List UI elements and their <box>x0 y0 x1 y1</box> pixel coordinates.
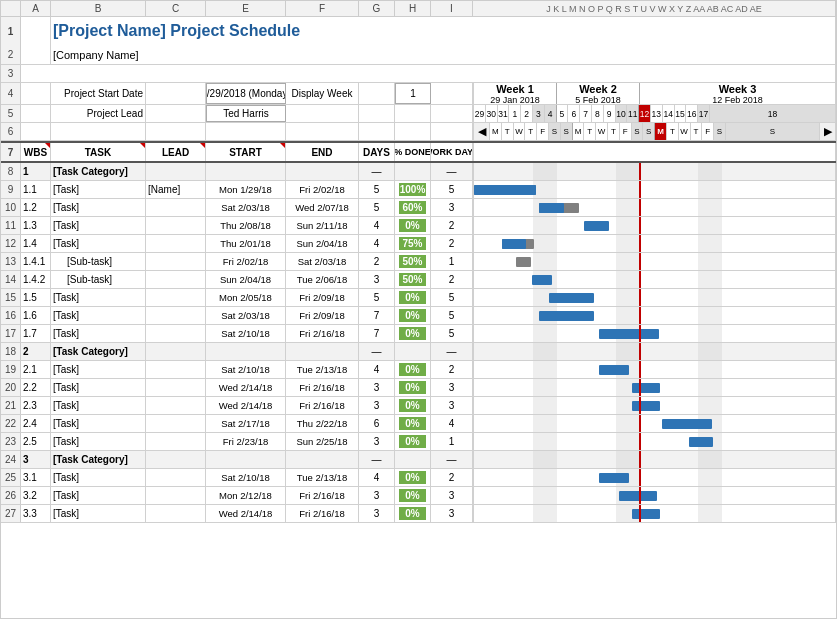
days-cell: 2 <box>359 253 395 270</box>
table-row: 171.7[Task]Sat 2/10/18Fri 2/16/1870%5 <box>1 325 836 343</box>
row-number: 16 <box>1 307 21 324</box>
pct-done-cell: 0% <box>395 307 431 324</box>
days-cell: 4 <box>359 361 395 378</box>
workdays-cell: 3 <box>431 487 473 504</box>
wbs-cell: 1.1 <box>21 181 51 198</box>
gantt-bar-cell <box>473 415 836 432</box>
workdays-cell: 3 <box>431 397 473 414</box>
company-row: 2 [Company Name] <box>1 45 836 65</box>
day-2: 2 <box>521 105 533 122</box>
task-cell: [Task] <box>51 217 146 234</box>
lead-cell <box>146 253 206 270</box>
workdays-cell: 5 <box>431 289 473 306</box>
project-start-value[interactable]: 1/29/2018 (Monday) <box>206 83 286 104</box>
end-col-header: END <box>286 143 359 161</box>
company-name: [Company Name] <box>51 45 836 64</box>
table-row: 263.2[Task]Mon 2/12/18Fri 2/16/1830%3 <box>1 487 836 505</box>
gantt-bar-cell <box>473 487 836 504</box>
pct-col-header: % DONE <box>395 143 431 161</box>
row-5-info: 5 Project Lead Ted Harris 29 30 31 1 2 3… <box>1 105 836 123</box>
row-number: 8 <box>1 163 21 180</box>
task-cell: [Task] <box>51 307 146 324</box>
r4-a <box>21 83 51 104</box>
lead-cell <box>146 235 206 252</box>
gantt-bar-cell <box>473 469 836 486</box>
row-num-7: 7 <box>1 143 21 161</box>
table-row: 111.3[Task]Thu 2/08/18Sun 2/11/1840%2 <box>1 217 836 235</box>
pct-done-cell: 75% <box>395 235 431 252</box>
task-cell: [Task] <box>51 325 146 342</box>
r6-h <box>395 123 431 140</box>
wbs-cell: 3.1 <box>21 469 51 486</box>
data-rows: 81[Task Category]——91.1[Task][Name]Mon 1… <box>1 163 836 523</box>
days-cell: 4 <box>359 235 395 252</box>
task-cell: [Task] <box>51 199 146 216</box>
col-letter-row: A B C E F G H I J K L M N O P Q R S T U … <box>1 1 836 17</box>
end-cell: Sun 2/25/18 <box>286 433 359 450</box>
pct-done-cell <box>395 163 431 180</box>
title-wbs-cell <box>21 17 51 45</box>
gantt-prev-button[interactable]: ◀ <box>474 123 490 140</box>
row-number: 10 <box>1 199 21 216</box>
gantt-bar-cell <box>473 181 836 198</box>
start-cell <box>206 451 286 468</box>
start-cell: Mon 2/12/18 <box>206 487 286 504</box>
lead-cell <box>146 361 206 378</box>
end-cell: Sun 2/04/18 <box>286 235 359 252</box>
wbs-cell: 2 <box>21 343 51 360</box>
task-cell: [Task] <box>51 415 146 432</box>
days-cell: 3 <box>359 505 395 522</box>
start-cell: Sat 2/17/18 <box>206 415 286 432</box>
end-cell: Fri 2/16/18 <box>286 379 359 396</box>
lead-col-header: LEAD <box>146 143 206 161</box>
project-lead-value[interactable]: Ted Harris <box>206 105 286 122</box>
lead-cell <box>146 397 206 414</box>
gantt-bar-cell <box>473 163 836 180</box>
table-row: 192.1[Task]Sat 2/10/18Tue 2/13/1840%2 <box>1 361 836 379</box>
days-cell: — <box>359 451 395 468</box>
lead-cell <box>146 199 206 216</box>
days-cell: 5 <box>359 289 395 306</box>
end-cell: Fri 2/16/18 <box>286 397 359 414</box>
days-cell: 3 <box>359 397 395 414</box>
pct-done-cell <box>395 343 431 360</box>
table-row: 131.4.1[Sub-task]Fri 2/02/18Sat 2/03/182… <box>1 253 836 271</box>
workdays-cell: 3 <box>431 199 473 216</box>
col-h-header: H <box>395 1 431 16</box>
col-f-header: F <box>286 1 359 16</box>
wbs-cell: 1.4.1 <box>21 253 51 270</box>
gantt-bar-cell <box>473 361 836 378</box>
end-cell: Fri 2/09/18 <box>286 289 359 306</box>
r5-h <box>395 105 431 122</box>
display-week-value[interactable]: 1 <box>395 83 431 104</box>
pct-done-cell: 0% <box>395 415 431 432</box>
r4-f: Display Week <box>286 83 359 104</box>
row-number: 11 <box>1 217 21 234</box>
gantt-bar-cell <box>473 271 836 288</box>
day-14: 14 <box>663 105 675 122</box>
end-cell: Fri 2/09/18 <box>286 307 359 324</box>
r5-g <box>359 105 395 122</box>
row-number: 13 <box>1 253 21 270</box>
wbs-cell: 1.2 <box>21 199 51 216</box>
pct-done-cell: 0% <box>395 217 431 234</box>
lead-cell <box>146 379 206 396</box>
wbs-cell: 2.2 <box>21 379 51 396</box>
row-number: 22 <box>1 415 21 432</box>
end-cell <box>286 451 359 468</box>
start-cell <box>206 163 286 180</box>
table-row: 182[Task Category]—— <box>1 343 836 361</box>
pct-done-cell <box>395 451 431 468</box>
week3-header: Week 3 12 Feb 2018 <box>640 83 835 104</box>
row-number: 20 <box>1 379 21 396</box>
row-num-2: 2 <box>1 45 21 64</box>
days-cell: 7 <box>359 307 395 324</box>
week2-header: Week 2 5 Feb 2018 <box>557 83 640 104</box>
days-cell: — <box>359 343 395 360</box>
task-cell: [Task Category] <box>51 163 146 180</box>
r4-g <box>359 83 395 104</box>
start-cell: Thu 2/08/18 <box>206 217 286 234</box>
gantt-next-button[interactable]: ▶ <box>819 123 835 140</box>
r6-b <box>51 123 146 140</box>
end-cell: Fri 2/02/18 <box>286 181 359 198</box>
